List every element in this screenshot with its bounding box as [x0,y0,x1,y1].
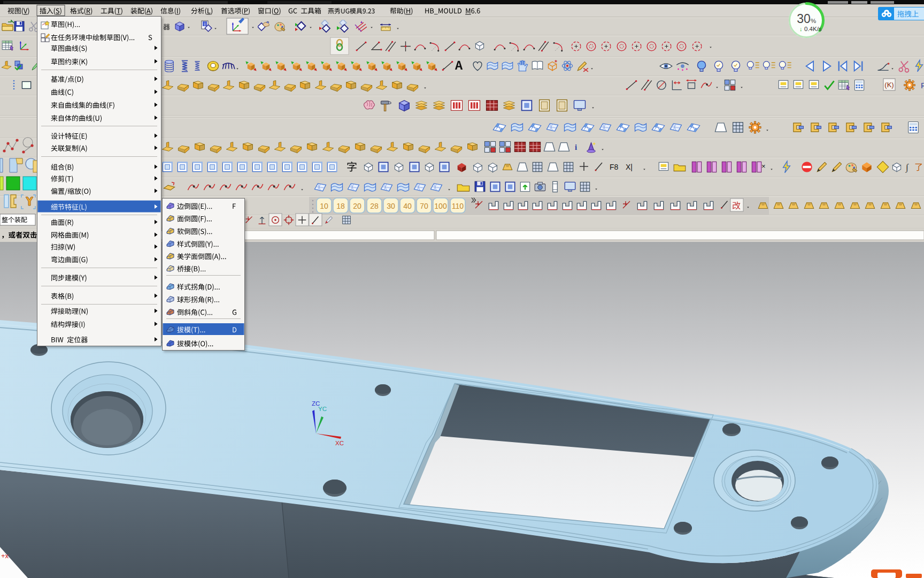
svg-text:∫: ∫ [905,162,909,173]
svg-text:↓: ↓ [799,26,803,32]
svg-text:(K): (K) [884,81,894,89]
svg-text:XC: XC [335,440,344,446]
svg-text:28: 28 [370,202,379,210]
svg-text:20: 20 [353,202,361,210]
svg-text:×: × [761,162,766,170]
svg-text:40: 40 [403,202,412,210]
svg-text:100: 100 [434,202,447,210]
svg-text:X|: X| [626,163,633,171]
svg-text:110: 110 [452,202,464,210]
svg-text:0.4K/s: 0.4K/s [804,26,822,32]
svg-text:70: 70 [420,202,428,210]
svg-text:P: P [921,81,924,90]
svg-text:F8: F8 [610,163,619,171]
svg-text:18: 18 [336,202,345,210]
svg-text:i: i [575,143,577,151]
svg-text:30: 30 [797,12,811,26]
svg-text:%: % [811,18,816,24]
svg-text:10: 10 [320,202,328,210]
svg-text:+x: +x [1,552,9,560]
svg-text:30: 30 [387,202,395,210]
svg-text:YC: YC [318,406,327,412]
